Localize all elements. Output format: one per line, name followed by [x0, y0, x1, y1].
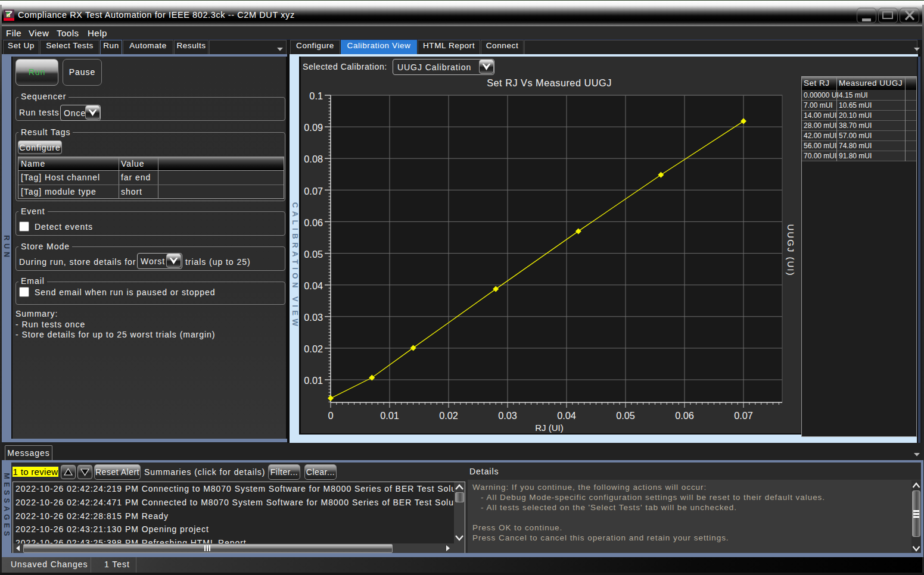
- svg-text:0.04: 0.04: [304, 280, 323, 291]
- svg-text:0.08: 0.08: [304, 154, 323, 164]
- svg-text:RJ (UI): RJ (UI): [535, 423, 564, 433]
- svg-text:0.03: 0.03: [498, 410, 517, 421]
- svg-text:0.05: 0.05: [616, 410, 635, 421]
- svg-text:0.01: 0.01: [380, 410, 399, 421]
- svg-text:0.07: 0.07: [304, 186, 323, 196]
- svg-text:0.09: 0.09: [304, 122, 323, 133]
- svg-text:0.1: 0.1: [309, 90, 323, 101]
- svg-text:0.04: 0.04: [557, 410, 576, 421]
- svg-text:0.05: 0.05: [304, 249, 323, 260]
- svg-text:Set RJ Vs Measured UUGJ: Set RJ Vs Measured UUGJ: [487, 77, 612, 88]
- svg-text:0.07: 0.07: [734, 410, 753, 421]
- svg-text:0.06: 0.06: [675, 410, 694, 421]
- svg-text:0.02: 0.02: [304, 343, 323, 354]
- svg-text:0.06: 0.06: [304, 217, 323, 228]
- svg-text:0.01: 0.01: [304, 375, 323, 386]
- svg-text:0: 0: [328, 410, 333, 421]
- svg-text:0.03: 0.03: [304, 312, 323, 323]
- svg-text:0.02: 0.02: [439, 410, 458, 421]
